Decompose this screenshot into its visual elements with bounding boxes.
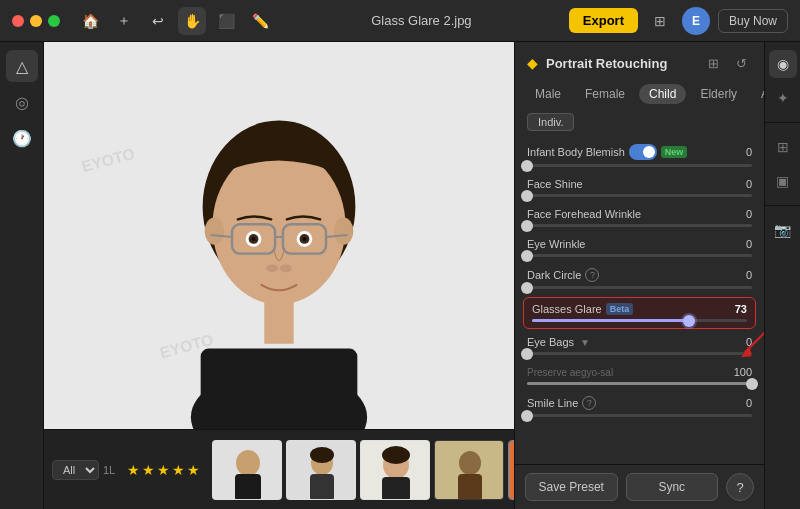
expand-icon[interactable]: ⊞ — [702, 52, 724, 74]
left-toolbar: △ ◎ 🕐 — [0, 42, 44, 509]
slider-track-face-shine[interactable] — [527, 194, 752, 197]
tab-female[interactable]: Female — [575, 84, 635, 104]
settings-icon[interactable]: ↺ — [730, 52, 752, 74]
icon-divider — [765, 122, 800, 123]
slider-smile-line: Smile Line ? 0 — [515, 391, 764, 423]
svg-point-25 — [236, 450, 260, 476]
svg-point-10 — [334, 217, 354, 244]
star-1: ★ — [127, 462, 140, 478]
brush-tool-icon[interactable]: ✦ — [769, 84, 797, 112]
slider-label-forehead: Face Forehead Wrinkle — [527, 208, 641, 220]
undo-icon[interactable]: ↩ — [144, 7, 172, 35]
traffic-lights — [12, 15, 60, 27]
slider-track-forehead[interactable] — [527, 224, 752, 227]
slider-eye-wrinkle: Eye Wrinkle 0 — [515, 233, 764, 263]
filmstrip: All 1L ★ ★ ★ ★ ★ — [44, 429, 514, 509]
save-preset-button[interactable]: Save Preset — [525, 473, 618, 501]
hand-tool-icon[interactable]: ✋ — [178, 7, 206, 35]
toolbar-icons: 🏠 ＋ ↩ ✋ ⬛ ✏️ — [76, 7, 274, 35]
main-image: EYOTO EYOTO EYOTO — [44, 42, 514, 429]
indiv-row: Indiv. — [515, 108, 764, 135]
sliders-section: Infant Body Blemish New 0 Face Shine — [515, 135, 764, 464]
tab-child[interactable]: Child — [639, 84, 686, 104]
slider-track-preserve-aegyo[interactable] — [527, 382, 752, 385]
svg-rect-5 — [201, 348, 358, 426]
sync-button[interactable]: Sync — [626, 473, 719, 501]
slider-value-preserve-aegyo: 100 — [732, 366, 752, 378]
slider-value-dark-circle: 0 — [732, 269, 752, 281]
icon-divider-2 — [765, 205, 800, 206]
svg-rect-26 — [235, 474, 261, 500]
tab-elderly[interactable]: Elderly — [690, 84, 747, 104]
star-rating[interactable]: ★ ★ ★ ★ ★ — [127, 462, 200, 478]
thumb-3[interactable] — [360, 440, 430, 500]
face-retouch-icon[interactable]: ◉ — [769, 50, 797, 78]
add-icon[interactable]: ＋ — [110, 7, 138, 35]
slider-label-dark-circle: Dark Circle ? — [527, 268, 599, 282]
star-4: ★ — [172, 462, 185, 478]
file-title: Glass Glare 2.jpg — [282, 13, 561, 28]
panel-title: Portrait Retouching — [546, 56, 694, 71]
slider-label-face-shine: Face Shine — [527, 178, 583, 190]
slider-track-dark-circle[interactable] — [527, 286, 752, 289]
panel-icon: ◆ — [527, 55, 538, 71]
slider-face-shine: Face Shine 0 — [515, 173, 764, 203]
beta-badge: Beta — [606, 303, 634, 315]
close-button[interactable] — [12, 15, 24, 27]
gender-tabs: Male Female Child Elderly All — [515, 80, 764, 108]
crop-icon[interactable]: ⬛ — [212, 7, 240, 35]
circle-tool[interactable]: ◎ — [6, 86, 38, 118]
count-label: 1L — [103, 464, 115, 476]
slider-track-smile-line[interactable] — [527, 414, 752, 417]
minimize-button[interactable] — [30, 15, 42, 27]
slider-value-face-shine: 0 — [732, 178, 752, 190]
tab-male[interactable]: Male — [525, 84, 571, 104]
dark-circle-info-icon[interactable]: ? — [585, 268, 599, 282]
new-badge: New — [661, 146, 688, 158]
thumb-2[interactable] — [286, 440, 356, 500]
slider-label-smile-line: Smile Line ? — [527, 396, 596, 410]
user-avatar[interactable]: E — [682, 7, 710, 35]
history-tool[interactable]: 🕐 — [6, 122, 38, 154]
slider-value-infant: 0 — [732, 146, 752, 158]
export-button[interactable]: Export — [569, 8, 638, 33]
slider-label-glasses-glare: Glasses Glare Beta — [532, 303, 633, 315]
help-button[interactable]: ? — [726, 473, 754, 501]
brush-icon[interactable]: ✏️ — [246, 7, 274, 35]
thumb-1[interactable] — [212, 440, 282, 500]
slider-track-eye-bags[interactable] — [527, 352, 752, 355]
slider-track-infant[interactable] — [527, 164, 752, 167]
slider-value-forehead: 0 — [732, 208, 752, 220]
fullscreen-button[interactable] — [48, 15, 60, 27]
panel-header: ◆ Portrait Retouching ⊞ ↺ — [515, 42, 764, 80]
svg-rect-34 — [382, 477, 410, 500]
star-3: ★ — [157, 462, 170, 478]
camera-icon[interactable]: 📷 — [769, 216, 797, 244]
grid-tool-icon[interactable]: ⊞ — [769, 133, 797, 161]
panel-header-icons: ⊞ ↺ — [702, 52, 752, 74]
svg-point-33 — [382, 446, 410, 464]
infant-toggle[interactable] — [629, 144, 657, 160]
canvas-svg: EYOTO EYOTO EYOTO — [44, 42, 514, 429]
top-bar-right: Export ⊞ E Buy Now — [569, 7, 788, 35]
slider-value-glasses-glare: 73 — [727, 303, 747, 315]
eye-bags-dropdown-icon[interactable]: ▼ — [580, 337, 590, 348]
svg-rect-37 — [458, 474, 482, 500]
crop-tool-icon[interactable]: ▣ — [769, 167, 797, 195]
slider-label-eye-bags: Eye Bags ▼ — [527, 336, 590, 348]
indiv-button[interactable]: Indiv. — [527, 113, 574, 131]
home-icon[interactable]: 🏠 — [76, 7, 104, 35]
slider-infant-body-blemish: Infant Body Blemish New 0 — [515, 139, 764, 173]
slider-track-eye-wrinkle[interactable] — [527, 254, 752, 257]
smile-line-info-icon[interactable]: ? — [582, 396, 596, 410]
star-5: ★ — [187, 462, 200, 478]
slider-track-glasses-glare[interactable] — [532, 319, 747, 322]
filter-select[interactable]: All — [52, 460, 99, 480]
slider-face-forehead-wrinkle: Face Forehead Wrinkle 0 — [515, 203, 764, 233]
thumb-4[interactable] — [434, 440, 504, 500]
triangle-tool[interactable]: △ — [6, 50, 38, 82]
svg-point-21 — [303, 236, 307, 240]
slider-label-infant-body-blemish: Infant Body Blemish New — [527, 144, 687, 160]
buy-now-button[interactable]: Buy Now — [718, 9, 788, 33]
grid-icon[interactable]: ⊞ — [646, 7, 674, 35]
